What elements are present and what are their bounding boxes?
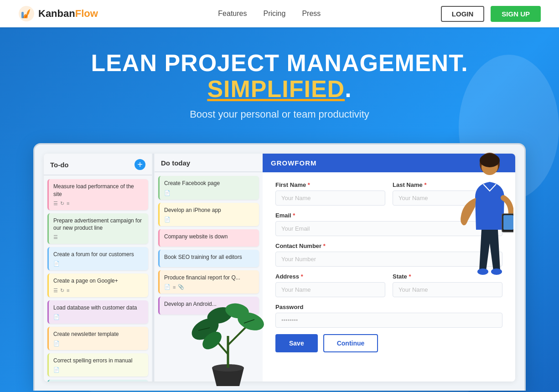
card-icon-attach: 📎: [178, 284, 184, 290]
login-button[interactable]: LOGIN: [441, 6, 485, 22]
required-mark: *: [308, 181, 310, 188]
card-text: Load database with customer data: [53, 304, 144, 311]
card-icon-note: 📄: [53, 367, 60, 373]
card-footer: 📄: [164, 217, 254, 222]
card-footer: 📄: [53, 340, 144, 346]
kanban-col-todo-cards: Measure load performance of the site ☰ ↻…: [44, 175, 152, 382]
card-icon-note: 📄: [164, 190, 171, 196]
kanban-card[interactable]: Create a forum for our customers 📄: [47, 247, 148, 270]
col-separator: [153, 154, 154, 382]
hero-title-period: .: [345, 76, 352, 102]
add-todo-button[interactable]: +: [135, 159, 145, 170]
hero-title-part1: LEAN PROJECT MANAGEMENT.: [91, 50, 468, 76]
card-text: Create newsletter template: [53, 330, 144, 338]
hero-section: LEAN PROJECT MANAGEMENT. SIMPLIFIED. Boo…: [0, 27, 559, 392]
card-footer: 📄: [53, 367, 144, 373]
kanban-col-todo-label: To-do: [50, 161, 69, 169]
card-text: Create a page on Google+: [53, 277, 144, 284]
kanban-col-today-label: Do today: [161, 159, 190, 167]
card-icon-list: ≡: [173, 284, 176, 290]
device-inner: To-do + Measure load performance of the …: [44, 154, 515, 382]
hero-title: LEAN PROJECT MANAGEMENT. SIMPLIFIED.: [18, 50, 541, 102]
nav-actions: LOGIN SIGN UP: [441, 6, 541, 22]
svg-line-12: [228, 327, 246, 345]
required-mark: *: [424, 181, 426, 188]
logo-text: KanbanFlow: [38, 8, 98, 20]
form-actions: Save Continue: [275, 334, 502, 352]
card-footer: ☰ ↻ ≡: [53, 201, 144, 206]
form-row-password: Password: [275, 304, 502, 328]
form-group-address: Address *: [275, 273, 385, 297]
card-icon-list: ≡: [67, 201, 69, 206]
first-name-input[interactable]: [275, 191, 385, 206]
card-icon-list: ≡: [67, 288, 69, 293]
password-input[interactable]: [275, 313, 502, 328]
form-group-firstname: First Name *: [275, 181, 385, 206]
hero-title-simplified: SIMPLIFIED: [207, 76, 345, 102]
form-label-address: Address *: [275, 273, 385, 280]
address-input[interactable]: [275, 282, 385, 297]
kanban-card[interactable]: Create Facebook page 📄: [158, 176, 259, 199]
card-footer: 📄: [164, 190, 254, 196]
svg-rect-6: [503, 215, 513, 230]
card-footer: 📄: [53, 261, 144, 267]
card-text: Produce financial report for Q...: [164, 274, 254, 281]
card-icon-note: 📄: [53, 314, 60, 320]
kanban-col-todo-header: To-do +: [44, 154, 152, 175]
card-footer: ☰: [53, 234, 144, 240]
card-footer: ☰ ↻ ≡: [53, 288, 144, 294]
card-icon-cycle: ↻: [60, 201, 64, 206]
required-mark: *: [301, 273, 303, 280]
kanban-card[interactable]: Load database with customer data 📄: [47, 300, 148, 324]
card-icon-checklist: ☰: [53, 288, 58, 294]
card-text: Correct spelling errors in manual: [53, 357, 144, 364]
svg-point-7: [477, 268, 488, 275]
card-icon-note: 📄: [53, 261, 60, 267]
kanban-card[interactable]: Create newsletter template 📄: [47, 327, 148, 350]
card-icon-note: 📄: [164, 284, 171, 290]
logo[interactable]: KanbanFlow: [18, 5, 98, 22]
kanban-col-todo: To-do + Measure load performance of the …: [44, 154, 152, 382]
kanban-card[interactable]: Measure load performance of the site ☰ ↻…: [47, 179, 148, 210]
card-text: Develop an iPhone app: [164, 206, 254, 214]
kanban-card[interactable]: Prepare advertisement campaign for our n…: [47, 213, 148, 244]
kanban-card[interactable]: Correct spelling errors in manual 📄: [47, 353, 148, 377]
card-text: Book SEO training for all editors: [164, 253, 254, 261]
kanban-col-today-header: Do today: [155, 154, 263, 172]
card-icon-note: 📄: [53, 340, 60, 346]
required-mark: *: [323, 242, 326, 249]
nav-press[interactable]: Press: [302, 10, 321, 18]
mockup-area: To-do + Measure load performance of the …: [18, 143, 541, 391]
kanban-card[interactable]: Company website is down: [158, 229, 259, 247]
card-text: Create a forum for our customers: [53, 251, 144, 258]
device-frame: To-do + Measure load performance of the …: [33, 143, 526, 391]
form-label-password: Password: [275, 304, 502, 310]
card-footer: 📄: [53, 314, 144, 320]
card-icon-checklist: ☰: [53, 234, 58, 240]
card-icon-checklist: ☰: [53, 201, 58, 206]
required-mark: *: [409, 273, 411, 280]
card-text: Prepare advertisement campaign for our n…: [53, 217, 144, 232]
signup-button[interactable]: SIGN UP: [491, 6, 541, 22]
svg-point-0: [19, 6, 34, 21]
card-icon-note: 📄: [164, 217, 171, 222]
svg-point-8: [491, 268, 502, 275]
card-text: Create Facebook page: [164, 180, 254, 187]
nav-features[interactable]: Features: [218, 10, 247, 18]
plant-illustration: [187, 281, 269, 391]
svg-point-4: [480, 154, 500, 167]
required-mark: *: [293, 212, 295, 219]
nav-links: Features Pricing Press: [218, 10, 321, 18]
logo-icon: [18, 5, 35, 22]
form-label-firstname: First Name *: [275, 181, 385, 188]
save-button[interactable]: Save: [275, 334, 318, 352]
card-text: Measure load performance of the site: [53, 183, 144, 197]
kanban-card[interactable]: Book SEO training for all editors: [158, 250, 259, 267]
kanban-card[interactable]: Create a page on Google+ ☰ ↻ ≡: [47, 273, 148, 297]
person-illustration: [454, 148, 513, 294]
continue-button[interactable]: Continue: [323, 334, 378, 352]
kanban-card[interactable]: Develop an iPhone app 📄: [158, 203, 259, 226]
form-group-password: Password: [275, 304, 502, 328]
nav-pricing[interactable]: Pricing: [263, 10, 285, 18]
kanban-card[interactable]: Meeting with Acme ☰ ↻ ≡: [47, 380, 148, 382]
